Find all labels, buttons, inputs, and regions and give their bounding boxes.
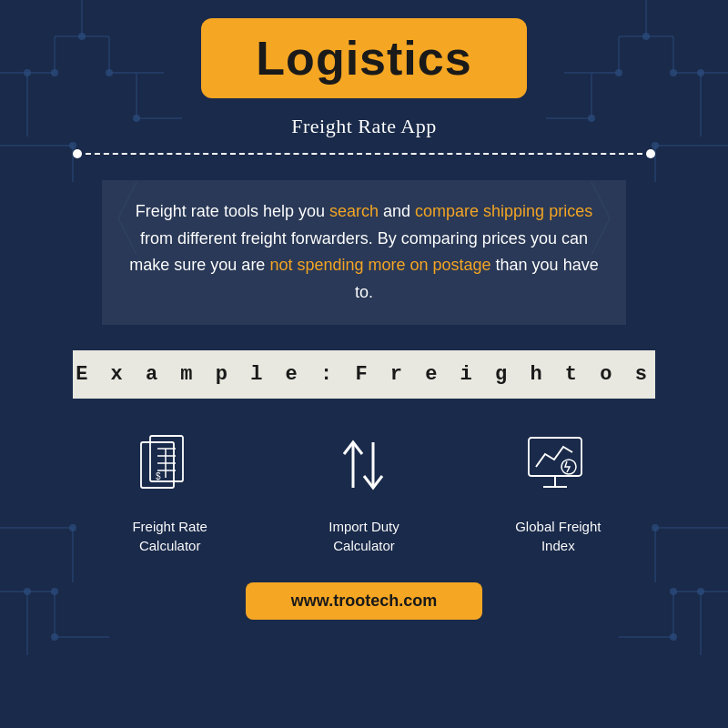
example-banner: E x a m p l e : F r e i g h t o s [73,350,655,399]
main-content: Logistics Freight Rate App Freight rate … [0,0,728,620]
description-text: Freight rate tools help you search and c… [127,198,601,307]
freight-rate-label: Freight RateCalculator [132,517,207,555]
svg-point-51 [670,633,677,641]
desc-part1: Freight rate tools help you [136,202,329,220]
icons-section: $ Freight RateCalculator [73,424,655,555]
description-box: Freight rate tools help you search and c… [102,180,626,325]
icon-item-global-freight: Global FreightIndex [485,424,631,555]
dashed-divider [73,149,655,158]
arrows-icon [328,429,400,501]
example-label: E x a m p l e : F r e i g h t o s [76,363,652,386]
footer-url-badge: www.trootech.com [246,582,482,620]
icon-item-freight-rate: $ Freight RateCalculator [97,424,243,555]
chart-icon [521,429,594,501]
freight-rate-icon-box: $ [129,424,211,506]
calculator-icon: $ [134,429,207,501]
global-freight-icon-box [517,424,599,506]
svg-point-47 [51,633,58,641]
page-title: Logistics [256,31,471,86]
divider-dot-left [73,149,82,158]
import-duty-icon-box [323,424,405,506]
icon-item-import-duty: Import DutyCalculator [291,424,437,555]
title-badge: Logistics [201,18,526,98]
desc-highlight2: compare shipping prices [415,202,592,220]
page: Logistics Freight Rate App Freight rate … [0,0,728,728]
divider-line [86,153,642,155]
svg-text:$: $ [156,471,161,481]
desc-highlight3: not spending more on postage [269,256,490,274]
global-freight-label: Global FreightIndex [515,517,601,555]
desc-part2: and [379,202,415,220]
desc-highlight1: search [329,202,379,220]
divider-dot-right [646,149,655,158]
footer-url-text: www.trootech.com [291,592,437,610]
import-duty-label: Import DutyCalculator [329,517,399,555]
subtitle: Freight Rate App [291,115,437,138]
